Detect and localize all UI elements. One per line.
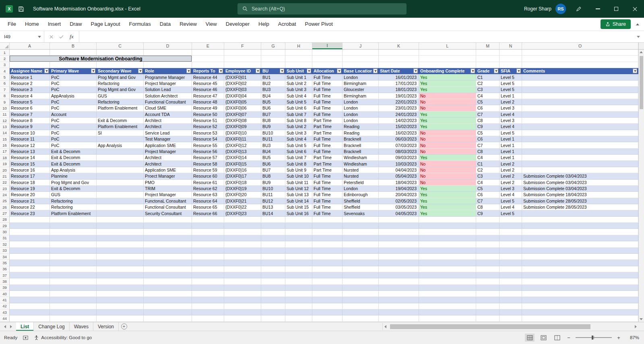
cell-H25[interactable]: Sub Unit 14 <box>285 198 312 204</box>
cell-J42[interactable] <box>343 303 379 309</box>
cell-F14[interactable]: {DXXF0}10 <box>224 130 261 136</box>
cell-M27[interactable]: C9 <box>476 210 500 216</box>
column-header-I[interactable]: I <box>312 43 343 49</box>
table-header-assignee-name[interactable]: Assignee Name <box>10 68 50 74</box>
cell-I6[interactable]: Full Time <box>312 81 343 87</box>
cell-H8[interactable]: Sub Unit 4 <box>285 93 312 99</box>
cell-E25[interactable]: Resource 64 <box>192 198 224 204</box>
cell-C44[interactable] <box>97 315 144 321</box>
cell-O30[interactable] <box>522 229 638 235</box>
cell-M34[interactable] <box>476 254 500 260</box>
cell-F17[interactable]: {DXXF0}13 <box>224 149 261 155</box>
cell-A27[interactable]: Resource 23 <box>10 210 50 216</box>
cell-O42[interactable] <box>522 303 638 309</box>
cell-C10[interactable]: Platform Enablement <box>97 105 144 111</box>
cell-D43[interactable] <box>144 309 192 315</box>
cell-H24[interactable]: Sub Unit 13 <box>285 192 312 198</box>
cell-O16[interactable] <box>522 142 638 148</box>
cell-K11[interactable]: 24/01/2023 <box>379 112 419 118</box>
cell-I14[interactable]: Part Time <box>312 130 343 136</box>
cell-D30[interactable] <box>144 229 192 235</box>
cell-C5[interactable]: Prog Mgmt and Gov <box>97 74 144 80</box>
cell-J19[interactable]: Windlesham <box>343 161 379 167</box>
select-all-corner[interactable] <box>0 43 10 49</box>
cell-K30[interactable] <box>379 229 419 235</box>
sheet-tab-version[interactable]: Version <box>93 322 119 331</box>
cell-E18[interactable]: Resource 57 <box>192 155 224 161</box>
cell-H27[interactable]: Sub Unit 16 <box>285 210 312 216</box>
cell-F24[interactable]: {DXXF0}20 <box>224 192 261 198</box>
cell-E1[interactable] <box>192 50 224 56</box>
cell-K29[interactable] <box>379 223 419 229</box>
formula-input[interactable] <box>79 31 633 42</box>
filter-button-role[interactable] <box>186 69 191 73</box>
cell-E2[interactable] <box>192 56 224 62</box>
cell-H13[interactable]: Sub Unit 2 <box>285 124 312 130</box>
cell-G39[interactable] <box>261 285 285 291</box>
cell-D3[interactable] <box>144 62 192 68</box>
cell-C23[interactable] <box>97 186 144 192</box>
cell-G32[interactable] <box>261 241 285 247</box>
column-header-A[interactable]: A <box>10 43 50 49</box>
cell-C31[interactable] <box>97 235 144 241</box>
column-header-M[interactable]: M <box>476 43 500 49</box>
cell-N25[interactable]: Level 5 <box>500 198 522 204</box>
cell-N23[interactable]: Level 3 <box>500 186 522 192</box>
cell-N24[interactable]: Level 4 <box>500 192 522 198</box>
cell-J43[interactable] <box>343 309 379 315</box>
cell-B44[interactable] <box>50 315 97 321</box>
cell-A34[interactable] <box>10 254 50 260</box>
cell-C37[interactable] <box>97 272 144 278</box>
cell-A16[interactable]: Resource 12 <box>10 142 50 148</box>
cell-E16[interactable]: Resource 55 <box>192 142 224 148</box>
cell-B36[interactable] <box>50 266 97 272</box>
cell-G7[interactable]: BU3 <box>261 87 285 93</box>
sheet-tab-waves[interactable]: Waves <box>70 322 93 331</box>
cell-L39[interactable] <box>419 285 476 291</box>
enter-icon[interactable] <box>59 35 64 39</box>
column-header-C[interactable]: C <box>97 43 144 49</box>
cell-E7[interactable]: Resource 46 <box>192 87 224 93</box>
cell-H16[interactable]: Sub Unit 5 <box>285 142 312 148</box>
cell-M19[interactable]: C1 <box>476 161 500 167</box>
cell-L43[interactable] <box>419 309 476 315</box>
column-header-D[interactable]: D <box>144 43 192 49</box>
cell-B30[interactable] <box>50 229 97 235</box>
cell-C8[interactable]: GUS <box>97 93 144 99</box>
scroll-down-icon[interactable] <box>640 318 643 320</box>
cell-E33[interactable] <box>192 248 224 254</box>
cell-J12[interactable]: London <box>343 118 379 124</box>
cell-L20[interactable]: No <box>419 167 476 173</box>
cell-D41[interactable] <box>144 297 192 303</box>
cell-J31[interactable] <box>343 235 379 241</box>
cell-F5[interactable]: {DXXF0}01 <box>224 74 261 80</box>
row-header-39[interactable]: 39 <box>0 285 10 291</box>
row-header-41[interactable]: 41 <box>0 297 10 303</box>
cell-J28[interactable] <box>343 217 379 223</box>
cell-M30[interactable] <box>476 229 500 235</box>
cell-K20[interactable]: 04/04/2023 <box>379 167 419 173</box>
cell-I20[interactable]: Part Time <box>312 167 343 173</box>
cell-C40[interactable] <box>97 291 144 297</box>
cell-E27[interactable]: Resource 66 <box>192 210 224 216</box>
cell-B42[interactable] <box>50 303 97 309</box>
menu-tab-insert[interactable]: Insert <box>43 18 66 31</box>
cell-B9[interactable]: PoC <box>50 99 97 105</box>
cell-N34[interactable] <box>500 254 522 260</box>
cell-C32[interactable] <box>97 241 144 247</box>
cell-B27[interactable]: Platform Enablement <box>50 210 97 216</box>
cell-O21[interactable]: Submission Complete 03/04/2023 <box>522 173 638 179</box>
cell-L16[interactable]: No <box>419 142 476 148</box>
row-header-35[interactable]: 35 <box>0 260 10 266</box>
cell-J10[interactable]: London <box>343 105 379 111</box>
table-header-onboarding-complete[interactable]: Onboarding Complete <box>419 68 476 74</box>
cell-A3[interactable] <box>10 62 50 68</box>
filter-button-sub-unit[interactable] <box>307 69 311 73</box>
cell-N21[interactable]: Level 2 <box>500 173 522 179</box>
cell-C41[interactable] <box>97 297 144 303</box>
cell-G44[interactable] <box>261 315 285 321</box>
cell-O27[interactable] <box>522 210 638 216</box>
row-header-14[interactable]: 14 <box>0 130 10 136</box>
cell-L18[interactable]: Yes <box>419 155 476 161</box>
cell-H19[interactable]: Sub Unit 8 <box>285 161 312 167</box>
